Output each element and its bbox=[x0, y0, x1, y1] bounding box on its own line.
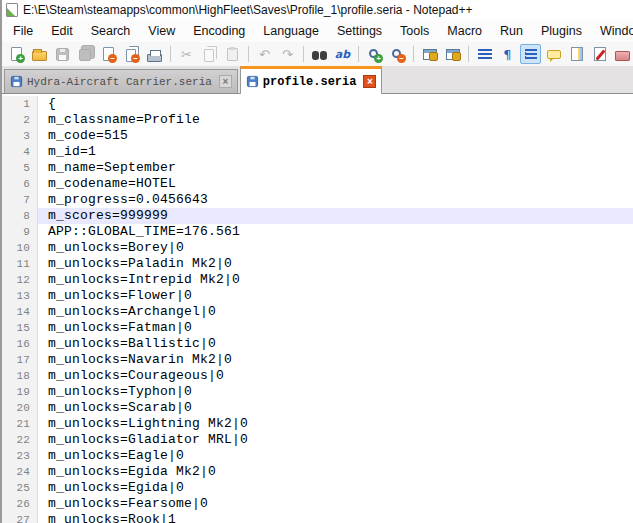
code-text[interactable]: m_unlocks=Ballistic|0 bbox=[38, 336, 633, 352]
line-number[interactable]: 17 bbox=[2, 352, 38, 368]
code-line[interactable]: 21m_unlocks=Lightning Mk2|0 bbox=[2, 416, 633, 432]
menu-plugins[interactable]: Plugins bbox=[532, 21, 591, 41]
undo-button[interactable]: ↶ bbox=[254, 44, 275, 64]
line-number[interactable]: 26 bbox=[2, 496, 38, 512]
tab-close-icon[interactable]: × bbox=[219, 75, 232, 88]
code-text[interactable]: m_classname=Profile bbox=[38, 112, 633, 128]
line-number[interactable]: 21 bbox=[2, 416, 38, 432]
line-number[interactable]: 11 bbox=[2, 256, 38, 272]
paste-button[interactable] bbox=[222, 44, 243, 64]
code-text[interactable]: m_code=515 bbox=[38, 128, 633, 144]
function-list-button[interactable] bbox=[589, 44, 610, 64]
code-text[interactable]: m_unlocks=Flower|0 bbox=[38, 288, 633, 304]
code-text[interactable]: m_unlocks=Typhon|0 bbox=[38, 384, 633, 400]
code-text[interactable]: m_unlocks=Fearsome|0 bbox=[38, 496, 633, 512]
code-text[interactable]: m_progress=0.0456643 bbox=[38, 192, 633, 208]
code-line[interactable]: 25m_unlocks=Egida|0 bbox=[2, 480, 633, 496]
code-line[interactable]: 23m_unlocks=Eagle|0 bbox=[2, 448, 633, 464]
code-line[interactable]: 2m_classname=Profile bbox=[2, 112, 633, 128]
code-line[interactable]: 6m_codename=HOTEL bbox=[2, 176, 633, 192]
menu-view[interactable]: View bbox=[139, 21, 184, 41]
close-all-button[interactable]: − bbox=[121, 44, 142, 64]
copy-button[interactable] bbox=[199, 44, 220, 64]
menu-run[interactable]: Run bbox=[491, 21, 532, 41]
code-text[interactable]: m_unlocks=Borey|0 bbox=[38, 240, 633, 256]
line-number[interactable]: 19 bbox=[2, 384, 38, 400]
menu-settings[interactable]: Settings bbox=[328, 21, 391, 41]
line-number[interactable]: 20 bbox=[2, 400, 38, 416]
line-number[interactable]: 12 bbox=[2, 272, 38, 288]
line-number[interactable]: 8 bbox=[2, 208, 38, 224]
line-number[interactable]: 2 bbox=[2, 112, 38, 128]
line-number[interactable]: 13 bbox=[2, 288, 38, 304]
line-number[interactable]: 6 bbox=[2, 176, 38, 192]
editor-area[interactable]: 1{2m_classname=Profile3m_code=5154m_id=1… bbox=[2, 94, 633, 523]
cut-button[interactable]: ✂ bbox=[176, 44, 197, 64]
sync-vertical-scroll-button[interactable] bbox=[419, 44, 440, 64]
save-all-button[interactable] bbox=[75, 44, 96, 64]
code-text[interactable]: m_unlocks=Courageous|0 bbox=[38, 368, 633, 384]
menu-macro[interactable]: Macro bbox=[438, 21, 491, 41]
line-number[interactable]: 27 bbox=[2, 512, 38, 523]
code-line[interactable]: 1{ bbox=[2, 96, 633, 112]
code-line[interactable]: 22m_unlocks=Gladiator MRL|0 bbox=[2, 432, 633, 448]
code-line[interactable]: 4m_id=1 bbox=[2, 144, 633, 160]
code-line[interactable]: 10m_unlocks=Borey|0 bbox=[2, 240, 633, 256]
code-line[interactable]: 9APP::GLOBAL_TIME=176.561 bbox=[2, 224, 633, 240]
code-line[interactable]: 14m_unlocks=Archangel|0 bbox=[2, 304, 633, 320]
code-line[interactable]: 13m_unlocks=Flower|0 bbox=[2, 288, 633, 304]
code-line[interactable]: 12m_unlocks=Intrepid Mk2|0 bbox=[2, 272, 633, 288]
code-text[interactable]: m_unlocks=Lightning Mk2|0 bbox=[38, 416, 633, 432]
code-text[interactable]: m_unlocks=Intrepid Mk2|0 bbox=[38, 272, 633, 288]
sync-horizontal-scroll-button[interactable] bbox=[442, 44, 463, 64]
line-number[interactable]: 10 bbox=[2, 240, 38, 256]
code-line[interactable]: 27m_unlocks=Rook|1 bbox=[2, 512, 633, 523]
menu-search[interactable]: Search bbox=[82, 21, 140, 41]
line-number[interactable]: 7 bbox=[2, 192, 38, 208]
code-text[interactable]: m_unlocks=Eagle|0 bbox=[38, 448, 633, 464]
code-text[interactable]: m_unlocks=Navarin Mk2|0 bbox=[38, 352, 633, 368]
menu-language[interactable]: Language bbox=[254, 21, 328, 41]
close-button[interactable]: − bbox=[98, 44, 119, 64]
line-number[interactable]: 22 bbox=[2, 432, 38, 448]
code-line[interactable]: 7m_progress=0.0456643 bbox=[2, 192, 633, 208]
folder-as-workspace-button[interactable] bbox=[612, 44, 633, 64]
replace-button[interactable]: ab bbox=[332, 44, 353, 64]
line-number[interactable]: 4 bbox=[2, 144, 38, 160]
tab-profile-seria[interactable]: profile.seria× bbox=[240, 66, 383, 94]
code-text[interactable]: m_unlocks=Fatman|0 bbox=[38, 320, 633, 336]
code-line[interactable]: 26m_unlocks=Fearsome|0 bbox=[2, 496, 633, 512]
show-all-characters-button[interactable]: ¶ bbox=[497, 44, 518, 64]
indentation-guide-button[interactable] bbox=[520, 44, 541, 64]
redo-button[interactable]: ↷ bbox=[277, 44, 298, 64]
code-text[interactable]: m_codename=HOTEL bbox=[38, 176, 633, 192]
line-number[interactable]: 24 bbox=[2, 464, 38, 480]
menu-tools[interactable]: Tools bbox=[391, 21, 438, 41]
zoom-out-button[interactable]: − bbox=[387, 44, 408, 64]
print-button[interactable] bbox=[144, 44, 165, 64]
code-line[interactable]: 8m_scores=999999 bbox=[2, 208, 633, 224]
word-wrap-button[interactable] bbox=[474, 44, 495, 64]
code-text[interactable]: m_name=September bbox=[38, 160, 633, 176]
menu-edit[interactable]: Edit bbox=[42, 21, 82, 41]
menu-encoding[interactable]: Encoding bbox=[184, 21, 254, 41]
menu-file[interactable]: File bbox=[4, 21, 42, 41]
zoom-in-button[interactable]: + bbox=[364, 44, 385, 64]
line-number[interactable]: 15 bbox=[2, 320, 38, 336]
code-text[interactable]: m_unlocks=Paladin Mk2|0 bbox=[38, 256, 633, 272]
code-text[interactable]: m_unlocks=Egida|0 bbox=[38, 480, 633, 496]
line-number[interactable]: 3 bbox=[2, 128, 38, 144]
open-button[interactable] bbox=[29, 44, 50, 64]
document-map-button[interactable] bbox=[566, 44, 587, 64]
code-text[interactable]: { bbox=[38, 96, 633, 112]
user-defined-dialog-button[interactable] bbox=[543, 44, 564, 64]
tab-hydra-aircraft-carrier-seria[interactable]: Hydra-Aircraft Carrier.seria× bbox=[4, 69, 238, 93]
line-number[interactable]: 14 bbox=[2, 304, 38, 320]
line-number[interactable]: 16 bbox=[2, 336, 38, 352]
line-number[interactable]: 5 bbox=[2, 160, 38, 176]
code-text[interactable]: m_unlocks=Scarab|0 bbox=[38, 400, 633, 416]
line-number[interactable]: 1 bbox=[2, 96, 38, 112]
save-button[interactable] bbox=[52, 44, 73, 64]
code-text[interactable]: m_scores=999999 bbox=[38, 208, 633, 224]
code-text[interactable]: m_id=1 bbox=[38, 144, 633, 160]
